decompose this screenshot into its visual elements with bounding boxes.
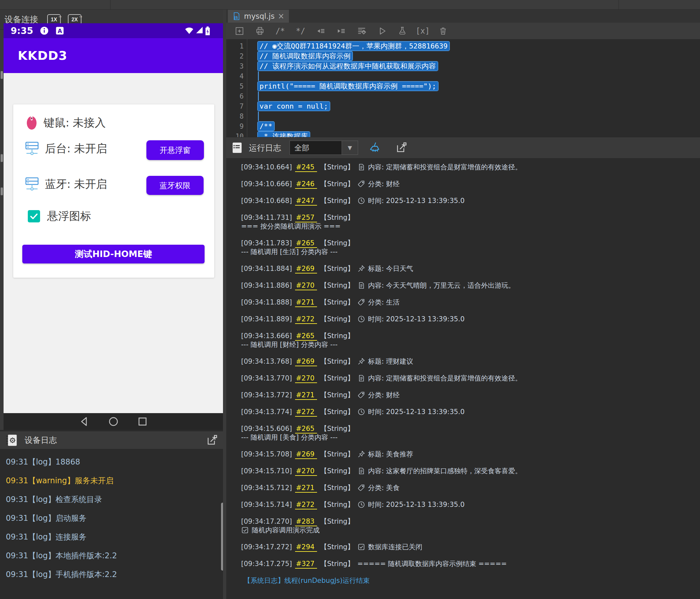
log-timestamp: [09:34:11.889] <box>241 315 292 323</box>
device-log-entry: 09:31【log】本地插件版本:2.2 <box>6 550 223 561</box>
log-ref-link[interactable]: #245 <box>295 163 317 172</box>
log-entry: [09:34:17.272]#294【String】数据库连接已关闭 <box>241 543 700 551</box>
log-type: 【String】 <box>320 408 354 416</box>
log-filter-select[interactable]: 全部 ▼ <box>290 141 358 155</box>
print-icon[interactable] <box>254 26 265 36</box>
line-number: 7 <box>226 102 244 110</box>
log-ref-link[interactable]: #265 <box>295 239 317 248</box>
log-entry: [09:34:15.606]#265【String】--- 随机调用 [美食] … <box>241 424 700 442</box>
status-card: 键鼠: 未接入 后台: 未开启 开悬浮窗 蓝牙: 未开启 蓝牙权限 悬浮图标 <box>13 104 214 278</box>
log-ref-link[interactable]: #272 <box>295 315 317 324</box>
popout-icon[interactable] <box>206 434 218 446</box>
code-text: printl("===== 随机调取数据库内容示例 ====="); <box>258 81 438 91</box>
clear-console-icon[interactable] <box>438 26 449 36</box>
log-ref-link[interactable]: #294 <box>295 543 317 552</box>
log-ref-link[interactable]: #265 <box>295 425 317 433</box>
log-message-line2: --- 随机调用 [美食] 分类内容 --- <box>241 433 700 442</box>
log-timestamp: [09:34:13.770] <box>241 374 292 382</box>
log-message: 时间: 2025-12-13 13:39:35.0 <box>368 501 465 508</box>
log-timestamp: [09:34:10.664] <box>241 163 292 171</box>
log-message-line2: --- 随机调用 [财经] 分类内容 --- <box>241 341 700 349</box>
log-type: 【String】 <box>320 180 354 188</box>
new-file-icon[interactable] <box>234 26 245 36</box>
log-entry: [09:34:11.886]#270【String】内容: 今天天气晴朗，万里无… <box>241 281 700 290</box>
scale-2x-label: 2X <box>71 17 78 23</box>
clock-icon <box>357 501 365 508</box>
code-line: 10 * 连接数据库 <box>226 131 700 137</box>
select-element-icon[interactable]: [x] <box>417 26 428 36</box>
log-message-line2: 随机内容调用演示完成 <box>241 526 700 535</box>
log-type: 【String】 <box>320 450 354 458</box>
log-type: 【String】 <box>320 518 354 525</box>
log-ref-link[interactable]: #269 <box>295 357 317 366</box>
log-ref-link[interactable]: #269 <box>295 265 317 273</box>
log-type: 【String】 <box>320 543 354 551</box>
log-type: 【String】 <box>320 357 354 365</box>
log-ref-link[interactable]: #327 <box>295 560 317 569</box>
log-ref-link[interactable]: #272 <box>295 408 317 417</box>
clear-log-broom-icon[interactable] <box>369 142 381 154</box>
bluetooth-permission-button[interactable]: 蓝牙权限 <box>146 176 204 195</box>
test-hid-home-label: 测试HID-HOME键 <box>75 249 152 259</box>
log-type: 【String】 <box>320 163 354 171</box>
code-line: 1// ◉交流QQ群711841924群一，苹果内测群，528816639 <box>226 41 700 51</box>
gutter-separator <box>247 40 247 137</box>
comment-end-icon[interactable]: */ <box>295 26 306 36</box>
comment-start-icon[interactable]: /* <box>275 26 286 36</box>
left-edge-strip <box>0 30 4 430</box>
log-ref-link[interactable]: #271 <box>295 298 317 307</box>
log-timestamp: [09:34:15.714] <box>241 501 292 508</box>
line-number: 5 <box>226 82 244 90</box>
log-ref-link[interactable]: #272 <box>295 501 317 509</box>
log-entry: [09:34:15.714]#272【String】时间: 2025-12-13… <box>241 500 700 509</box>
log-entry: [09:34:13.770]#270【String】内容: 定期储蓄和投资组合是… <box>241 374 700 383</box>
float-icon-checkbox[interactable] <box>28 210 40 222</box>
log-ref-link[interactable]: #247 <box>295 197 317 206</box>
log-ref-link[interactable]: #265 <box>295 332 317 341</box>
log-entry: [09:34:15.712]#271【String】分类: 美食 <box>241 483 700 492</box>
phone-mirror[interactable]: 9:35 A KKDD3 键鼠: 未接入 后台: 未开启 <box>4 23 223 430</box>
log-ref-link[interactable]: #269 <box>295 450 317 459</box>
log-entry: [09:34:11.783]#265【String】--- 随机调用 [生活] … <box>241 239 700 256</box>
log-timestamp: [09:34:13.666] <box>241 332 292 340</box>
code-text: var conn = null; <box>258 102 330 110</box>
pin-icon <box>357 265 365 273</box>
device-log-header: 设备日志 <box>0 431 223 449</box>
log-ref-link[interactable]: #271 <box>295 484 317 493</box>
signal-icon <box>196 27 203 34</box>
line-number: 1 <box>226 42 244 50</box>
format-code-icon[interactable] <box>356 26 367 36</box>
phone-status-bar: 9:35 A <box>4 23 223 38</box>
log-ref-link[interactable]: #270 <box>295 281 317 290</box>
log-timestamp: [09:34:13.768] <box>241 357 292 365</box>
log-ref-link[interactable]: #283 <box>295 518 317 526</box>
indent-icon[interactable] <box>336 26 347 36</box>
log-timestamp: [09:34:15.708] <box>241 450 292 458</box>
recents-icon[interactable] <box>137 416 148 427</box>
log-timestamp: [09:34:10.668] <box>241 197 292 205</box>
chevron-down-icon: ▼ <box>342 141 358 154</box>
run-log-header: 运行日志 全部 ▼ <box>226 137 700 158</box>
back-icon[interactable] <box>79 416 90 427</box>
popout-icon[interactable] <box>396 142 407 153</box>
tab-mysql-js[interactable]: JS mysql.js × <box>228 10 289 23</box>
log-ref-link[interactable]: #257 <box>295 214 317 222</box>
log-ref-link[interactable]: #246 <box>295 180 317 189</box>
test-hid-home-button[interactable]: 测试HID-HOME键 <box>22 245 205 264</box>
code-line: 4 <box>226 71 700 81</box>
device-log-entry: 09:31【log】手机插件版本:2.2 <box>6 569 223 580</box>
doc-icon <box>357 281 365 289</box>
outdent-icon[interactable] <box>316 26 326 36</box>
code-editor[interactable]: 1// ◉交流QQ群711841924群一，苹果内测群，5288166392//… <box>226 40 700 137</box>
run-icon[interactable] <box>376 26 388 36</box>
code-line: 2// 随机调取数据库内容示例 <box>226 51 700 61</box>
home-icon[interactable] <box>108 416 119 427</box>
log-type: 【String】 <box>320 467 354 475</box>
test-flask-icon[interactable] <box>397 26 408 36</box>
open-float-window-button[interactable]: 开悬浮窗 <box>146 140 204 160</box>
close-icon[interactable]: × <box>278 12 284 20</box>
log-ref-link[interactable]: #271 <box>295 391 317 400</box>
device-log-entry: 09:31【log】连接服务 <box>6 532 223 542</box>
log-ref-link[interactable]: #270 <box>295 467 317 476</box>
log-ref-link[interactable]: #270 <box>295 374 317 383</box>
